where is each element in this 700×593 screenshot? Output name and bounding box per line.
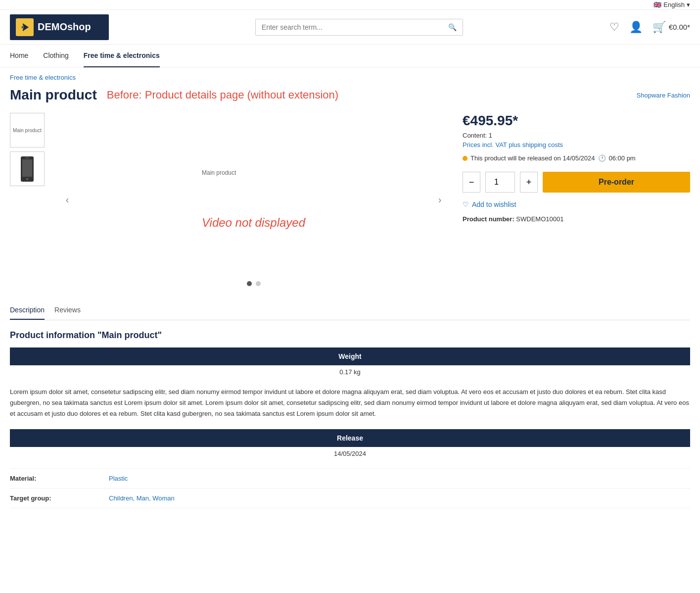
nav-home[interactable]: Home <box>10 45 28 67</box>
product-title: Main product <box>10 87 97 103</box>
release-icon: 🕐 <box>598 154 606 162</box>
cart[interactable]: 🛒 €0.00* <box>653 21 690 34</box>
tab-reviews[interactable]: Reviews <box>54 301 81 320</box>
video-not-displayed: Video not displayed <box>202 216 305 230</box>
product-info: €495.95* Content: 1 Prices incl. VAT plu… <box>463 113 690 286</box>
product-price: €495.95* <box>463 113 690 129</box>
before-notice: Before: Product details page (without ex… <box>107 89 338 101</box>
prop-material-value[interactable]: Plastic <box>109 475 128 482</box>
wishlist-heart-icon: ♡ <box>463 200 469 208</box>
release-time: 06:00 pm <box>609 154 636 162</box>
breadcrumb-link[interactable]: Free time & electronics <box>10 74 76 81</box>
nav-clothing[interactable]: Clothing <box>43 45 68 67</box>
wishlist-icon[interactable]: ♡ <box>609 21 619 34</box>
shopware-link[interactable]: Shopware Fashion <box>637 92 690 99</box>
breadcrumb: Free time & electronics <box>0 68 700 87</box>
nav-bar: Home Clothing Free time & electronics <box>0 45 700 68</box>
main-product-image: Main product Video not displayed <box>202 169 305 230</box>
cart-icon: 🛒 <box>653 21 666 34</box>
logo[interactable]: DEMOshop <box>10 14 109 40</box>
flag-icon: 🇬🇧 <box>653 1 661 8</box>
thumbnail-2[interactable] <box>10 151 45 186</box>
dot-1[interactable] <box>247 281 252 286</box>
product-page: Main product Before: Product details pag… <box>0 87 700 508</box>
prop-target-group: Target group: Children, Man, Woman <box>10 489 690 508</box>
lorem-description: Lorem ipsum dolor sit amet, consetetur s… <box>10 387 690 419</box>
weight-value: 0.17 kg <box>10 365 690 379</box>
tabs: Description Reviews <box>10 301 690 320</box>
dot-2[interactable] <box>256 281 261 286</box>
svg-rect-4 <box>22 159 32 177</box>
thumbnail-1[interactable]: Main product <box>10 113 45 148</box>
svg-point-5 <box>26 178 28 180</box>
product-info-heading: Product information "Main product" <box>10 330 690 341</box>
preorder-button[interactable]: Pre-order <box>543 172 690 193</box>
search-bar: 🔍 <box>255 19 463 36</box>
wishlist-label: Add to wishlist <box>472 200 516 208</box>
qty-decrease[interactable]: − <box>463 172 480 193</box>
properties-table: Material: Plastic Target group: Children… <box>10 468 690 508</box>
weight-header: Weight <box>10 347 690 365</box>
carousel-dots <box>247 281 261 286</box>
language-selector[interactable]: 🇬🇧 English ▾ <box>653 1 690 8</box>
svg-marker-0 <box>23 23 29 31</box>
wishlist-row[interactable]: ♡ Add to wishlist <box>463 200 690 208</box>
product-layout: Main product ‹ Main product Video not di… <box>10 113 690 286</box>
logo-text: DEMOshop <box>38 21 91 33</box>
qty-increase[interactable]: + <box>520 172 538 193</box>
carousel-next[interactable]: › <box>432 192 448 207</box>
search-input[interactable] <box>262 23 444 31</box>
product-number-value: SWDEMO10001 <box>516 215 563 223</box>
quantity-row: − + Pre-order <box>463 172 690 193</box>
prop-target-value: Children, Man, Woman <box>109 494 175 502</box>
content-label: Content: 1 <box>463 132 690 139</box>
prop-material: Material: Plastic <box>10 468 690 489</box>
chevron-down-icon: ▾ <box>687 1 690 8</box>
vat-link[interactable]: Prices incl. VAT plus shipping costs <box>463 141 690 148</box>
release-notice: This product will be released on 14/05/2… <box>463 154 690 162</box>
tab-description[interactable]: Description <box>10 301 45 320</box>
carousel-prev[interactable]: ‹ <box>59 192 75 207</box>
svg-rect-6 <box>25 157 29 158</box>
release-dot <box>463 156 467 161</box>
cart-price: €0.00* <box>669 23 690 31</box>
weight-table: Weight 0.17 kg <box>10 347 690 379</box>
title-row: Main product Before: Product details pag… <box>10 87 690 103</box>
thumbnail-column: Main product <box>10 113 45 286</box>
qty-input[interactable] <box>485 172 515 193</box>
release-table: Release 14/05/2024 <box>10 429 690 460</box>
release-table-value: 14/05/2024 <box>10 447 690 460</box>
main-image-area: ‹ Main product Video not displayed › <box>64 113 443 286</box>
release-header: Release <box>10 429 690 447</box>
prop-target-label: Target group: <box>10 494 109 502</box>
language-label: English <box>663 1 685 8</box>
search-icon[interactable]: 🔍 <box>448 23 457 31</box>
account-icon[interactable]: 👤 <box>629 21 643 34</box>
main-img-label: Main product <box>202 169 236 176</box>
product-info-section: Product information "Main product" Weigh… <box>10 330 690 508</box>
svg-rect-2 <box>22 26 23 28</box>
release-text: This product will be released on 14/05/2… <box>470 154 595 162</box>
header: DEMOshop 🔍 ♡ 👤 🛒 €0.00* <box>0 10 700 45</box>
product-number: Product number: SWDEMO10001 <box>463 215 690 223</box>
header-actions: ♡ 👤 🛒 €0.00* <box>609 21 690 34</box>
logo-icon <box>16 18 34 36</box>
nav-free-time[interactable]: Free time & electronics <box>84 45 160 67</box>
product-number-label: Product number: <box>463 215 514 223</box>
prop-material-label: Material: <box>10 475 109 482</box>
language-bar: 🇬🇧 English ▾ <box>0 0 700 10</box>
thumb-1-text: Main product <box>11 126 44 135</box>
